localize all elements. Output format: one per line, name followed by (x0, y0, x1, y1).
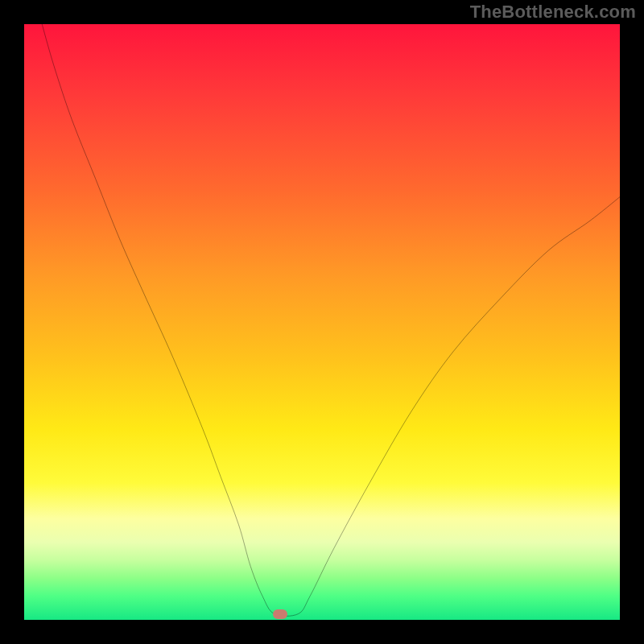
attribution-label: TheBottleneck.com (470, 2, 636, 23)
plot-area (24, 24, 620, 620)
chart-frame: TheBottleneck.com (0, 0, 644, 644)
bottleneck-curve (24, 24, 620, 620)
optimal-marker-icon (273, 609, 287, 619)
